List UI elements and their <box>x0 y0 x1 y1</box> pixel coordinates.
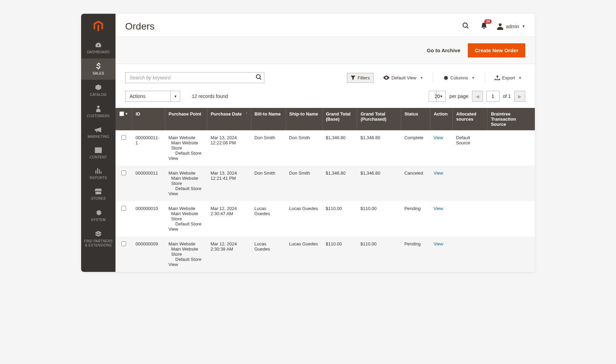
cell-status: Pending <box>401 201 430 236</box>
cell-braintree <box>487 130 535 166</box>
sidebar-item-partners[interactable]: FIND PARTNERS & EXTENSIONS <box>81 226 116 252</box>
filters-label: Filters <box>358 75 370 80</box>
col-header-bill-to[interactable]: Bill-to Name <box>251 108 286 130</box>
cell-purchase-date: Mar 13, 202412:21:41 PM <box>207 166 251 201</box>
next-page-button[interactable]: ▶ <box>514 91 525 102</box>
columns-button[interactable]: Columns ▼ <box>439 73 478 82</box>
sidebar-item-customers[interactable]: CUSTOMERS <box>81 101 116 122</box>
export-button[interactable]: Export ▼ <box>491 73 525 82</box>
app-container: DASHBOARD SALES CATALOG CUSTOMERS MARKET… <box>81 14 535 272</box>
filters-button[interactable]: Filters <box>347 73 373 83</box>
notification-badge: 39 <box>484 19 492 24</box>
sidebar: DASHBOARD SALES CATALOG CUSTOMERS MARKET… <box>81 14 116 272</box>
divider <box>433 73 433 82</box>
col-header-grand-total-base[interactable]: Grand Total (Base) <box>322 108 357 130</box>
cell-allocated <box>453 236 487 272</box>
cell-braintree <box>487 201 535 236</box>
cell-purchase-point: Main WebsiteMain WebsiteStoreDefault Sto… <box>165 130 207 166</box>
col-header-purchase-date[interactable]: Purchase Date ↑ <box>207 108 251 130</box>
admin-dropdown[interactable]: admin ▼ <box>497 23 525 30</box>
cell-grand-total-purchased: $110.00 <box>357 236 401 272</box>
view-link[interactable]: View <box>433 241 443 246</box>
svg-line-2 <box>467 27 469 29</box>
table-row[interactable]: 000000009 Main WebsiteMain WebsiteStoreD… <box>116 236 535 272</box>
sidebar-item-content[interactable]: CONTENT <box>81 143 116 164</box>
select-all-header[interactable]: ▼ <box>116 108 132 130</box>
view-link[interactable]: View <box>433 170 443 176</box>
sidebar-item-label: FIND PARTNERS & EXTENSIONS <box>82 239 114 247</box>
sidebar-item-system[interactable]: SYSTEM <box>81 205 116 226</box>
funnel-icon <box>351 76 355 80</box>
pagination: ▼ per page ◀ of 1 ▶ <box>429 91 525 102</box>
col-header-grand-total-purchased[interactable]: Grand Total (Purchased) <box>357 108 401 130</box>
row-checkbox[interactable] <box>121 170 126 175</box>
col-header-ship-to[interactable]: Ship-to Name <box>286 108 322 130</box>
cell-grand-total-base: $110.00 <box>322 236 357 272</box>
cell-purchase-date: Mar 12, 20242:30:38 AM <box>207 236 251 272</box>
chevron-down-icon: ▼ <box>522 24 525 28</box>
row-checkbox[interactable] <box>121 241 126 246</box>
table-row[interactable]: 000000010 Main WebsiteMain WebsiteStoreD… <box>116 201 535 236</box>
sidebar-item-catalog[interactable]: CATALOG <box>81 80 116 101</box>
page-input[interactable] <box>486 91 499 102</box>
sidebar-item-label: MARKETING <box>88 135 109 139</box>
per-page-input[interactable] <box>429 91 446 102</box>
sidebar-item-label: SALES <box>92 71 104 76</box>
export-icon <box>495 75 500 80</box>
search-button[interactable] <box>255 74 262 82</box>
header-right: 39 admin ▼ <box>461 21 525 32</box>
col-header-allocated[interactable]: Allocated sources <box>453 108 487 130</box>
chevron-down-icon: ▼ <box>125 112 128 115</box>
divider <box>485 73 485 82</box>
go-to-archive-link[interactable]: Go to Archive <box>427 47 460 53</box>
col-header-braintree[interactable]: Braintree Transaction Source <box>487 108 535 130</box>
row-checkbox[interactable] <box>121 135 126 140</box>
admin-username: admin <box>506 24 519 29</box>
eye-icon <box>383 76 389 80</box>
col-header-id[interactable]: ID <box>132 108 165 130</box>
notifications-icon[interactable]: 39 <box>479 21 489 32</box>
sidebar-item-sales[interactable]: SALES <box>81 58 116 80</box>
columns-label: Columns <box>450 75 468 80</box>
svg-line-5 <box>260 78 261 79</box>
actions-select-wrap[interactable]: Actions ▼ <box>125 91 180 102</box>
grid-header-row: ▼ ID Purchase Point Purchase Date ↑ Bill… <box>116 108 535 130</box>
col-header-status[interactable]: Status <box>401 108 430 130</box>
table-row[interactable]: 000000011 Main WebsiteMain WebsiteStoreD… <box>116 166 535 201</box>
magento-logo-icon[interactable] <box>81 17 116 38</box>
create-new-order-button[interactable]: Create New Order <box>468 43 525 57</box>
actions-select[interactable]: Actions <box>125 91 180 102</box>
default-view-button[interactable]: Default View ▼ <box>380 73 427 82</box>
col-header-action[interactable]: Action <box>430 108 452 130</box>
svg-point-3 <box>499 23 502 26</box>
view-link[interactable]: View <box>433 135 443 140</box>
prev-page-button[interactable]: ◀ <box>472 91 483 102</box>
cell-allocated <box>453 166 487 201</box>
select-all-checkbox[interactable] <box>119 111 124 116</box>
per-page-wrap[interactable]: ▼ <box>429 91 446 102</box>
cell-ship-to: Lucas Guedes <box>286 236 322 272</box>
cell-ship-to: Lucas Guedes <box>286 201 322 236</box>
page-of: of 1 <box>503 93 511 99</box>
cell-id: 000000011-1 <box>132 130 165 166</box>
sidebar-item-label: DASHBOARD <box>87 50 110 54</box>
user-icon <box>497 23 503 30</box>
view-link[interactable]: View <box>433 206 443 211</box>
sidebar-item-dashboard[interactable]: DASHBOARD <box>81 38 116 58</box>
svg-point-0 <box>97 106 99 108</box>
table-row[interactable]: 000000011-1 Main WebsiteMain WebsiteStor… <box>116 130 535 166</box>
cell-purchase-point: Main WebsiteMain WebsiteStoreDefault Sto… <box>165 201 207 236</box>
chevron-down-icon: ▼ <box>518 76 522 80</box>
col-header-purchase-point[interactable]: Purchase Point <box>165 108 207 130</box>
search-icon[interactable] <box>461 21 471 32</box>
sidebar-item-marketing[interactable]: MARKETING <box>81 122 116 143</box>
cell-purchase-date: Mar 12, 20242:30:47 AM <box>207 201 251 236</box>
svg-point-1 <box>463 23 468 27</box>
search-input[interactable] <box>125 72 264 83</box>
page-title: Orders <box>125 21 155 32</box>
sidebar-item-reports[interactable]: REPORTS <box>81 164 116 184</box>
row-checkbox[interactable] <box>121 206 126 211</box>
cell-status: Complete <box>401 130 430 166</box>
cell-id: 000000010 <box>132 201 165 236</box>
sidebar-item-stores[interactable]: STORES <box>81 184 116 205</box>
